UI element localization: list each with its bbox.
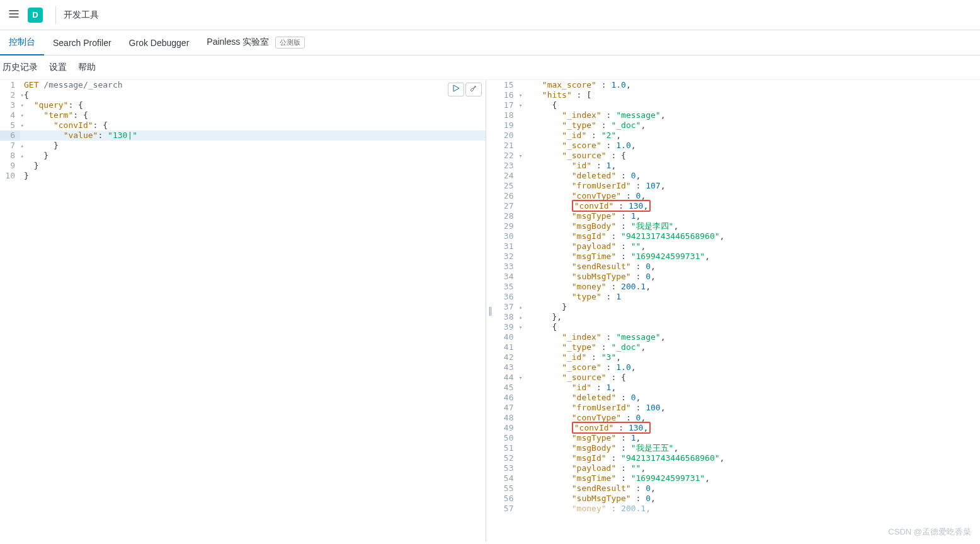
menu-icon[interactable] <box>5 5 23 25</box>
editor-line[interactable]: 4▾ "term": { <box>0 110 486 120</box>
editor-line[interactable]: 3▾ "query": { <box>0 100 486 110</box>
response-line: 47 "fromUserId" : 100, <box>495 403 981 413</box>
app-badge: D <box>28 8 43 23</box>
response-line: 29 "msgBody" : "我是李四", <box>495 221 981 231</box>
response-line: 51 "msgBody" : "我是王五", <box>495 443 981 453</box>
response-line: 49 "convId" : 130, <box>495 423 981 433</box>
response-line: 31 "payload" : "", <box>495 241 981 252</box>
response-line: 24 "deleted" : 0, <box>495 171 981 181</box>
request-editor[interactable]: 1GET /message/_search2▾{3▾ "query": {4▾ … <box>0 80 486 541</box>
response-line: 56 "subMsgType" : 0, <box>495 494 981 504</box>
response-line: 39▾ { <box>495 322 981 332</box>
divider <box>55 6 56 24</box>
run-button[interactable] <box>448 83 464 96</box>
response-line: 35 "money" : 200.1, <box>495 282 981 292</box>
response-line: 52 "msgId" : "942131743446568960", <box>495 453 981 463</box>
response-line: 26 "convType" : 0, <box>495 191 981 201</box>
toolbar-help[interactable]: 帮助 <box>78 62 96 73</box>
tab-grok-debugger[interactable]: Grok Debugger <box>120 32 198 54</box>
split-panes: 1GET /message/_search2▾{3▾ "query": {4▾ … <box>0 79 980 541</box>
pane-resizer[interactable]: ‖ <box>486 80 495 541</box>
response-line: 16▾ "hits" : [ <box>495 90 981 100</box>
response-line: 45 "id" : 1, <box>495 383 981 393</box>
response-line: 46 "deleted" : 0, <box>495 393 981 403</box>
app-header: D 开发工具 <box>0 0 980 30</box>
response-line: 57 "money" : 200.1, <box>495 504 981 514</box>
app-title: 开发工具 <box>64 9 99 21</box>
response-line: 48 "convType" : 0, <box>495 413 981 423</box>
tab-console[interactable]: 控制台 <box>0 30 44 55</box>
response-line: 30 "msgId" : "942131743446568960", <box>495 231 981 241</box>
response-line: 42 "_id" : "3", <box>495 352 981 362</box>
response-line: 36 "type" : 1 <box>495 292 981 302</box>
response-line: 37▴ } <box>495 302 981 312</box>
response-line: 22▾ "_source" : { <box>495 151 981 161</box>
response-line: 17▾ { <box>495 100 981 110</box>
response-line: 15 "max_score" : 1.0, <box>495 80 981 90</box>
editor-line[interactable]: 5▾ "convId": { <box>0 120 486 130</box>
wrench-icon[interactable] <box>465 83 482 96</box>
editor-line[interactable]: 9 } <box>0 161 486 171</box>
response-line: 18 "_index" : "message", <box>495 110 981 120</box>
response-line: 34 "subMsgType" : 0, <box>495 272 981 282</box>
response-viewer[interactable]: 15 "max_score" : 1.0,16▾ "hits" : [17▾ {… <box>495 80 981 541</box>
editor-line[interactable]: 2▾{ <box>0 90 486 100</box>
toolbar-history[interactable]: 历史记录 <box>3 62 38 73</box>
response-line: 19 "_type" : "_doc", <box>495 120 981 130</box>
response-line: 50 "msgType" : 1, <box>495 433 981 443</box>
response-line: 23 "id" : 1, <box>495 161 981 171</box>
request-actions <box>448 83 482 96</box>
editor-line[interactable]: 6 "value": "130|" <box>0 130 486 141</box>
response-line: 25 "fromUserId" : 107, <box>495 181 981 191</box>
editor-line[interactable]: 8▴ } <box>0 151 486 161</box>
response-line: 38▴ }, <box>495 312 981 322</box>
response-line: 21 "_score" : 1.0, <box>495 141 981 151</box>
response-line: 55 "sendResult" : 0, <box>495 483 981 494</box>
beta-badge: 公测版 <box>275 37 305 49</box>
response-line: 32 "msgTime" : "1699424599731", <box>495 252 981 262</box>
editor-line[interactable]: 10} <box>0 171 486 181</box>
response-line: 53 "payload" : "", <box>495 463 981 473</box>
console-toolbar: 历史记录 设置 帮助 <box>0 55 980 79</box>
tab-search-profiler[interactable]: Search Profiler <box>44 32 120 54</box>
response-line: 20 "_id" : "2", <box>495 130 981 141</box>
editor-line[interactable]: 1GET /message/_search <box>0 80 486 90</box>
response-line: 43 "_score" : 1.0, <box>495 362 981 373</box>
response-line: 41 "_type" : "_doc", <box>495 342 981 352</box>
toolbar-settings[interactable]: 设置 <box>49 62 67 73</box>
tab-painless-label: Painless 实验室 <box>207 37 269 47</box>
tab-painless-lab[interactable]: Painless 实验室 公测版 <box>198 30 314 55</box>
editor-line[interactable]: 7▴ } <box>0 141 486 151</box>
response-line: 28 "msgType" : 1, <box>495 211 981 221</box>
response-line: 27 "convId" : 130, <box>495 201 981 211</box>
response-line: 44▾ "_source" : { <box>495 373 981 383</box>
nav-tabs: 控制台 Search Profiler Grok Debugger Painle… <box>0 30 980 55</box>
response-line: 40 "_index" : "message", <box>495 332 981 342</box>
response-line: 33 "sendResult" : 0, <box>495 262 981 272</box>
response-line: 54 "msgTime" : "1699424599731", <box>495 473 981 483</box>
